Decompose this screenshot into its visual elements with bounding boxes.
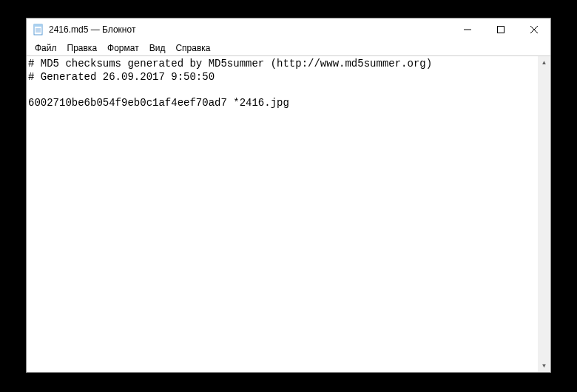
text-line: # Generated 26.09.2017 9:50:50: [28, 71, 215, 83]
svg-rect-1: [34, 24, 42, 27]
vertical-scrollbar[interactable]: ▲ ▼: [538, 56, 550, 372]
text-line: # MD5 checksums generated by MD5summer (…: [28, 58, 432, 70]
scroll-up-button[interactable]: ▲: [538, 56, 550, 69]
minimize-button[interactable]: [451, 18, 484, 41]
maximize-icon: [497, 26, 505, 33]
window-controls: [451, 18, 550, 41]
close-icon: [530, 26, 538, 33]
window-title: 2416.md5 — Блокнот: [49, 24, 451, 35]
text-editor[interactable]: # MD5 checksums generated by MD5summer (…: [27, 56, 538, 372]
menu-format[interactable]: Формат: [102, 42, 144, 54]
minimize-icon: [464, 26, 471, 33]
svg-rect-6: [497, 27, 504, 33]
scroll-down-button[interactable]: ▼: [538, 359, 550, 372]
titlebar[interactable]: 2416.md5 — Блокнот: [27, 18, 550, 41]
text-line: 6002710be6b054f9eb0c1af4eef70ad7 *2416.j…: [28, 97, 289, 109]
notepad-window: 2416.md5 — Блокнот Файл Правка: [26, 18, 551, 373]
menubar: Файл Правка Формат Вид Справка: [27, 41, 550, 55]
chevron-down-icon: ▼: [541, 362, 547, 369]
scroll-track[interactable]: [538, 69, 550, 359]
chevron-up-icon: ▲: [541, 59, 547, 66]
menu-file[interactable]: Файл: [30, 42, 62, 54]
menu-view[interactable]: Вид: [144, 42, 171, 54]
menu-edit[interactable]: Правка: [62, 42, 103, 54]
close-button[interactable]: [517, 18, 550, 41]
maximize-button[interactable]: [484, 18, 517, 41]
notepad-icon: [33, 24, 44, 36]
editor-area: # MD5 checksums generated by MD5summer (…: [27, 55, 550, 372]
menu-help[interactable]: Справка: [170, 42, 215, 54]
